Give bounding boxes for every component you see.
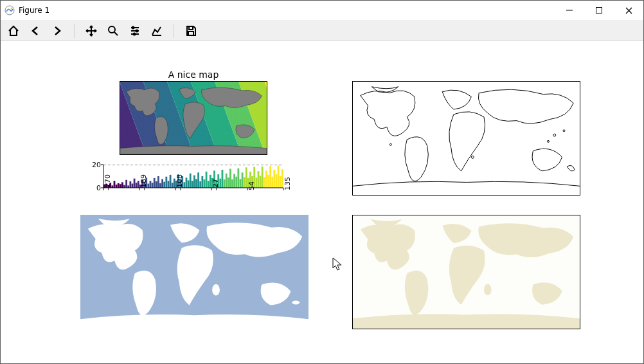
svg-rect-109 xyxy=(260,176,262,188)
svg-rect-3 xyxy=(596,8,602,14)
svg-rect-64 xyxy=(170,175,172,188)
minimize-button[interactable] xyxy=(555,1,584,20)
svg-rect-90 xyxy=(222,170,224,188)
svg-rect-65 xyxy=(172,183,174,188)
subplot-map-stock-blue[interactable] xyxy=(80,215,309,329)
histogram-xtick: -108 xyxy=(175,174,184,190)
svg-rect-77 xyxy=(195,179,197,188)
svg-rect-93 xyxy=(228,177,229,188)
svg-rect-37 xyxy=(116,185,118,188)
svg-point-0 xyxy=(5,6,14,15)
svg-rect-108 xyxy=(258,171,260,188)
svg-rect-117 xyxy=(276,174,278,188)
svg-rect-44 xyxy=(129,181,131,188)
svg-rect-118 xyxy=(278,165,280,188)
svg-rect-41 xyxy=(123,185,125,188)
toolbar-separator xyxy=(74,24,75,38)
svg-rect-38 xyxy=(118,183,120,188)
svg-point-141 xyxy=(484,284,492,296)
svg-rect-78 xyxy=(197,172,199,188)
svg-rect-15 xyxy=(188,32,193,35)
svg-rect-54 xyxy=(150,181,152,188)
edit-axes-icon[interactable] xyxy=(149,23,165,39)
svg-rect-62 xyxy=(165,177,167,188)
svg-rect-73 xyxy=(188,180,190,188)
svg-rect-72 xyxy=(186,177,188,188)
histogram-xtick: 54 xyxy=(247,181,256,190)
figure-window: Figure 1 xyxy=(0,0,644,364)
subplot-map-colored[interactable] xyxy=(120,81,267,155)
svg-rect-111 xyxy=(264,177,265,188)
svg-rect-131 xyxy=(353,82,580,195)
svg-rect-40 xyxy=(121,182,123,188)
back-icon[interactable] xyxy=(28,23,43,39)
toolbar-separator xyxy=(174,24,174,38)
svg-rect-46 xyxy=(134,179,136,188)
forward-icon[interactable] xyxy=(49,23,65,39)
home-icon[interactable] xyxy=(6,23,21,39)
close-button[interactable] xyxy=(614,1,643,20)
svg-point-1 xyxy=(11,8,13,10)
configure-subplots-icon[interactable] xyxy=(127,23,143,39)
svg-point-6 xyxy=(109,26,115,33)
cursor-icon xyxy=(332,257,344,273)
histogram-xtick: -270 xyxy=(103,174,112,190)
svg-rect-61 xyxy=(163,182,165,188)
svg-rect-115 xyxy=(271,177,273,188)
svg-rect-119 xyxy=(280,176,282,188)
svg-rect-43 xyxy=(127,185,129,188)
svg-rect-81 xyxy=(204,179,206,188)
svg-point-139 xyxy=(292,301,300,305)
svg-rect-42 xyxy=(125,180,127,188)
svg-rect-58 xyxy=(157,176,159,188)
svg-point-13 xyxy=(134,33,136,35)
svg-rect-45 xyxy=(132,184,134,188)
svg-rect-112 xyxy=(265,170,267,188)
save-icon[interactable] xyxy=(183,23,199,39)
titlebar: Figure 1 xyxy=(1,1,643,21)
svg-rect-63 xyxy=(168,181,170,188)
svg-rect-36 xyxy=(114,181,116,188)
subplot1-title: A nice map xyxy=(120,69,267,80)
histogram-ytick: 20 xyxy=(82,161,101,169)
svg-rect-82 xyxy=(206,172,208,188)
svg-rect-98 xyxy=(237,168,239,188)
pan-icon[interactable] xyxy=(84,23,99,39)
svg-rect-100 xyxy=(242,172,244,188)
app-icon xyxy=(4,5,15,15)
svg-rect-97 xyxy=(235,177,237,188)
maximize-button[interactable] xyxy=(584,1,614,20)
subplot-map-stock-beige[interactable] xyxy=(352,215,580,329)
svg-rect-114 xyxy=(269,166,271,188)
svg-point-11 xyxy=(132,27,134,29)
svg-rect-74 xyxy=(190,174,192,188)
svg-rect-80 xyxy=(201,176,203,188)
histogram-xtick: -27 xyxy=(211,179,220,190)
svg-rect-57 xyxy=(156,181,157,188)
figure-canvas[interactable]: A nice map xyxy=(1,41,643,363)
svg-rect-56 xyxy=(154,178,156,188)
subplot1-colorbar-histogram[interactable]: 20 0 -270 -189 -108 -27 54 135 xyxy=(103,165,283,188)
svg-rect-96 xyxy=(233,174,235,188)
svg-rect-60 xyxy=(161,179,163,188)
zoom-icon[interactable] xyxy=(105,23,121,39)
svg-rect-79 xyxy=(199,181,201,188)
svg-rect-101 xyxy=(244,177,246,188)
svg-rect-92 xyxy=(226,174,228,188)
subplot-map-coastlines[interactable] xyxy=(352,81,580,196)
svg-point-138 xyxy=(212,284,220,296)
svg-rect-39 xyxy=(120,184,121,188)
histogram-ytick: 0 xyxy=(82,184,101,192)
svg-rect-113 xyxy=(267,175,269,188)
svg-rect-76 xyxy=(193,176,195,188)
window-controls xyxy=(555,1,643,20)
svg-rect-116 xyxy=(273,170,275,188)
svg-rect-99 xyxy=(240,179,242,188)
svg-rect-14 xyxy=(189,26,193,30)
svg-rect-47 xyxy=(136,183,138,188)
svg-rect-95 xyxy=(231,179,233,188)
mpl-toolbar xyxy=(1,21,643,41)
svg-rect-55 xyxy=(152,183,154,188)
histogram-xtick: 135 xyxy=(283,177,292,190)
svg-line-7 xyxy=(114,32,118,35)
